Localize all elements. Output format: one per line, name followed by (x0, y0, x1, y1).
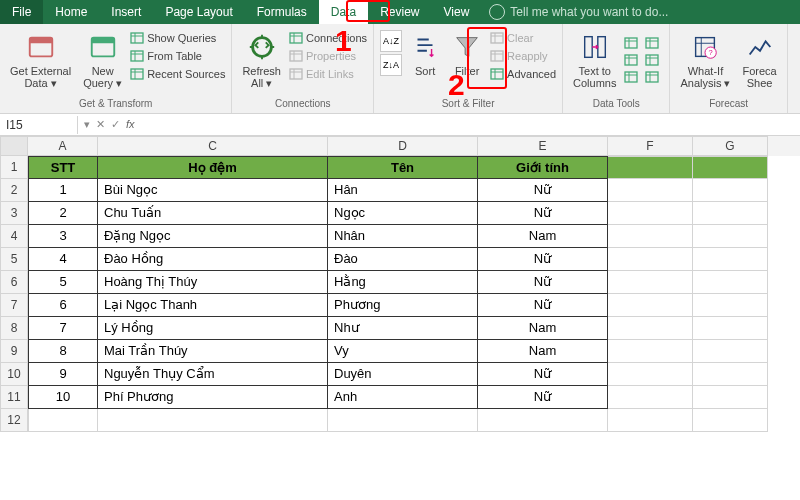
select-all[interactable] (0, 136, 28, 156)
cell[interactable] (693, 179, 768, 202)
cell[interactable]: Nhân (328, 225, 478, 248)
row-header[interactable]: 8 (0, 317, 28, 340)
cell[interactable] (608, 156, 693, 179)
tab-file[interactable]: File (0, 0, 43, 24)
cell[interactable]: Duyên (328, 363, 478, 386)
row-header[interactable]: 5 (0, 248, 28, 271)
cell[interactable]: Đào Hồng (98, 248, 328, 271)
cell[interactable] (608, 340, 693, 363)
cell[interactable] (478, 409, 608, 432)
cell[interactable] (693, 409, 768, 432)
row-header[interactable]: 11 (0, 386, 28, 409)
tell-me[interactable]: Tell me what you want to do... (481, 0, 676, 24)
cell[interactable]: Giới tính (478, 156, 608, 179)
cell[interactable]: Đào (328, 248, 478, 271)
cell[interactable] (693, 317, 768, 340)
cell[interactable]: Anh (328, 386, 478, 409)
col-header[interactable]: G (693, 136, 768, 156)
sort-az[interactable]: A↓Z (380, 30, 402, 52)
cell[interactable]: 5 (28, 271, 98, 294)
cell[interactable] (608, 294, 693, 317)
edit-links[interactable]: Edit Links (289, 66, 367, 82)
cell[interactable]: Hân (328, 179, 478, 202)
cell[interactable] (608, 317, 693, 340)
cell[interactable] (608, 271, 693, 294)
cell[interactable] (693, 202, 768, 225)
get-external-data[interactable]: Get ExternalData ▾ (6, 30, 75, 91)
cell[interactable]: Vy (328, 340, 478, 363)
what-if[interactable]: ?What-IfAnalysis ▾ (676, 30, 734, 91)
data-tool-2[interactable] (624, 53, 642, 67)
cell[interactable] (608, 225, 693, 248)
tab-review[interactable]: Review (368, 0, 431, 24)
forecast-sheet[interactable]: ForecaShee (738, 30, 780, 91)
data-tool-4[interactable] (624, 70, 642, 84)
cell[interactable] (693, 340, 768, 363)
row-header[interactable]: 6 (0, 271, 28, 294)
cell[interactable] (693, 271, 768, 294)
cell[interactable]: Ngọc (328, 202, 478, 225)
cell[interactable]: Nữ (478, 202, 608, 225)
cell[interactable] (608, 248, 693, 271)
col-header[interactable]: D (328, 136, 478, 156)
row-header[interactable]: 1 (0, 156, 28, 179)
cell[interactable] (693, 386, 768, 409)
data-tool-5[interactable] (645, 70, 663, 84)
cell[interactable]: 3 (28, 225, 98, 248)
tab-insert[interactable]: Insert (99, 0, 153, 24)
cell[interactable]: 4 (28, 248, 98, 271)
cell[interactable]: Nữ (478, 248, 608, 271)
cell[interactable]: Đặng Ngọc (98, 225, 328, 248)
recent-sources[interactable]: Recent Sources (130, 66, 225, 82)
cell[interactable]: Nữ (478, 363, 608, 386)
reapply[interactable]: Reapply (490, 48, 556, 64)
cell[interactable]: Nam (478, 317, 608, 340)
col-header[interactable]: F (608, 136, 693, 156)
show-queries[interactable]: Show Queries (130, 30, 225, 46)
cell[interactable] (608, 202, 693, 225)
cell[interactable] (693, 156, 768, 179)
cell[interactable] (98, 409, 328, 432)
new-query[interactable]: NewQuery ▾ (79, 30, 126, 91)
cell[interactable]: STT (28, 156, 98, 179)
cell[interactable]: Họ đệm (98, 156, 328, 179)
cell[interactable]: 9 (28, 363, 98, 386)
cell[interactable]: Nữ (478, 271, 608, 294)
cell[interactable]: 7 (28, 317, 98, 340)
cell[interactable]: Nam (478, 340, 608, 363)
tab-home[interactable]: Home (43, 0, 99, 24)
cell[interactable]: 6 (28, 294, 98, 317)
cell[interactable]: Hằng (328, 271, 478, 294)
cell[interactable]: Như (328, 317, 478, 340)
refresh-all[interactable]: RefreshAll ▾ (238, 30, 285, 91)
cell[interactable] (608, 386, 693, 409)
col-header[interactable]: A (28, 136, 98, 156)
cell[interactable]: Nam (478, 225, 608, 248)
row-header[interactable]: 2 (0, 179, 28, 202)
cell[interactable]: Tên (328, 156, 478, 179)
advanced[interactable]: Advanced (490, 66, 556, 82)
row-header[interactable]: 10 (0, 363, 28, 386)
row-header[interactable]: 9 (0, 340, 28, 363)
cell[interactable]: Nữ (478, 294, 608, 317)
col-header[interactable]: E (478, 136, 608, 156)
cell[interactable]: 10 (28, 386, 98, 409)
cell[interactable]: Phí Phương (98, 386, 328, 409)
clear[interactable]: Clear (490, 30, 556, 46)
col-header[interactable]: C (98, 136, 328, 156)
cell[interactable]: Nữ (478, 386, 608, 409)
cell[interactable] (608, 179, 693, 202)
data-tool-1[interactable] (645, 36, 663, 50)
row-header[interactable]: 3 (0, 202, 28, 225)
row-header[interactable]: 4 (0, 225, 28, 248)
row-header[interactable]: 12 (0, 409, 28, 432)
cell[interactable]: 1 (28, 179, 98, 202)
row-header[interactable]: 7 (0, 294, 28, 317)
cell[interactable]: Lý Hồng (98, 317, 328, 340)
data-tool-0[interactable] (624, 36, 642, 50)
cell[interactable]: Lại Ngọc Thanh (98, 294, 328, 317)
cell[interactable]: 2 (28, 202, 98, 225)
connections[interactable]: Connections (289, 30, 367, 46)
cell[interactable]: Bùi Ngọc (98, 179, 328, 202)
tab-formulas[interactable]: Formulas (245, 0, 319, 24)
